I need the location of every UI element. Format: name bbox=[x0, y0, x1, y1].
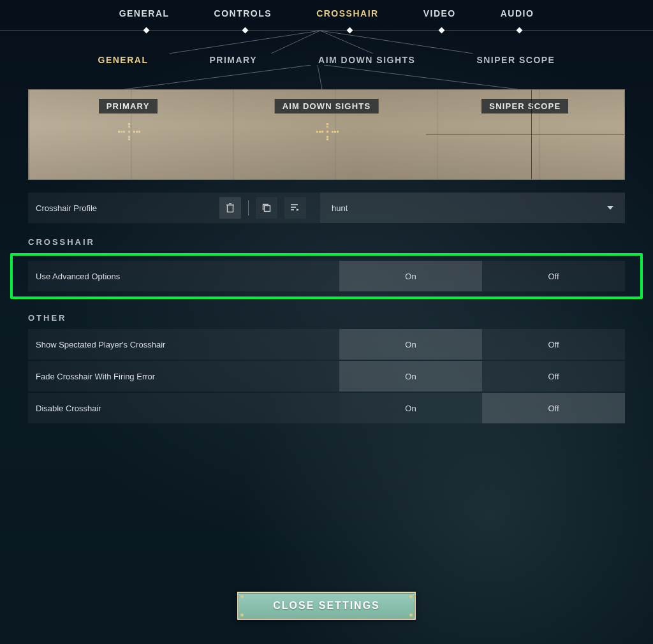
preview-label-primary: PRIMARY bbox=[99, 99, 158, 113]
profile-select[interactable]: hunt bbox=[320, 193, 625, 223]
crosshair-preview: PRIMARY AIM DOWN SIGHTS SNIPER SCOPE bbox=[28, 89, 625, 180]
subnav-branch-lines bbox=[0, 75, 653, 89]
copy-icon bbox=[261, 203, 272, 213]
chevron-down-icon bbox=[607, 206, 613, 210]
toggle-off[interactable]: Off bbox=[482, 329, 625, 360]
toggle-on[interactable]: On bbox=[339, 393, 482, 423]
close-settings-button[interactable]: CLOSE SETTINGS bbox=[237, 592, 416, 620]
toggle-off[interactable]: Off bbox=[482, 261, 625, 291]
preview-sniper: SNIPER SCOPE bbox=[426, 90, 624, 179]
subtab-primary[interactable]: PRIMARY bbox=[209, 55, 257, 65]
toggle-on[interactable]: On bbox=[339, 329, 482, 360]
option-disable-crosshair: Disable Crosshair On Off bbox=[28, 393, 625, 423]
svg-line-0 bbox=[169, 31, 320, 54]
subtab-aim-down-sights[interactable]: AIM DOWN SIGHTS bbox=[318, 55, 415, 65]
svg-rect-10 bbox=[265, 206, 270, 212]
tab-audio[interactable]: AUDIO bbox=[501, 8, 534, 30]
profile-select-value: hunt bbox=[332, 203, 348, 213]
preview-ads: AIM DOWN SIGHTS bbox=[227, 90, 425, 179]
divider bbox=[248, 200, 249, 216]
toggle-off[interactable]: Off bbox=[482, 361, 625, 392]
trash-icon bbox=[226, 203, 235, 213]
list-arrow-icon bbox=[290, 203, 300, 212]
option-use-advanced: Use Advanced Options On Off bbox=[28, 261, 625, 291]
delete-profile-button[interactable] bbox=[219, 197, 241, 219]
toggle-on[interactable]: On bbox=[339, 361, 482, 392]
option-label: Use Advanced Options bbox=[28, 272, 339, 281]
preview-label-sniper: SNIPER SCOPE bbox=[481, 99, 568, 113]
tab-general[interactable]: GENERAL bbox=[119, 8, 170, 30]
option-label: Fade Crosshair With Firing Error bbox=[28, 372, 339, 381]
copy-profile-button[interactable] bbox=[256, 197, 277, 219]
option-show-spectated: Show Spectated Player's Crosshair On Off bbox=[28, 329, 625, 360]
top-nav: GENERAL CONTROLS CROSSHAIR VIDEO AUDIO bbox=[0, 0, 653, 31]
option-label: Disable Crosshair bbox=[28, 404, 339, 413]
list-profile-button[interactable] bbox=[284, 197, 306, 219]
option-fade-firing-error: Fade Crosshair With Firing Error On Off bbox=[28, 361, 625, 392]
preview-primary: PRIMARY bbox=[29, 90, 227, 179]
svg-line-2 bbox=[320, 31, 373, 54]
highlighted-row: Use Advanced Options On Off bbox=[10, 253, 643, 299]
subtab-general[interactable]: GENERAL bbox=[98, 55, 149, 65]
svg-rect-7 bbox=[228, 205, 233, 212]
crosshair-profile-row: Crosshair Profile hunt bbox=[28, 193, 625, 223]
section-title-other: OTHER bbox=[28, 313, 625, 323]
toggle-on[interactable]: On bbox=[339, 261, 482, 291]
svg-line-4 bbox=[124, 65, 311, 89]
svg-line-6 bbox=[324, 65, 518, 89]
svg-line-3 bbox=[320, 31, 473, 54]
tab-controls[interactable]: CONTROLS bbox=[214, 8, 272, 30]
scope-line-h bbox=[426, 135, 624, 135]
scope-line-v bbox=[531, 90, 532, 179]
close-settings-label: CLOSE SETTINGS bbox=[273, 600, 380, 611]
section-title-crosshair: CROSSHAIR bbox=[28, 237, 625, 247]
option-label: Show Spectated Player's Crosshair bbox=[28, 340, 339, 349]
profile-label: Crosshair Profile bbox=[28, 203, 219, 213]
svg-line-5 bbox=[318, 65, 322, 89]
tab-video[interactable]: VIDEO bbox=[423, 8, 456, 30]
tab-crosshair[interactable]: CROSSHAIR bbox=[316, 8, 379, 30]
preview-label-ads: AIM DOWN SIGHTS bbox=[275, 99, 379, 113]
toggle-off[interactable]: Off bbox=[482, 393, 625, 423]
subtab-sniper-scope[interactable]: SNIPER SCOPE bbox=[476, 55, 555, 65]
nav-branch-lines bbox=[0, 31, 653, 54]
